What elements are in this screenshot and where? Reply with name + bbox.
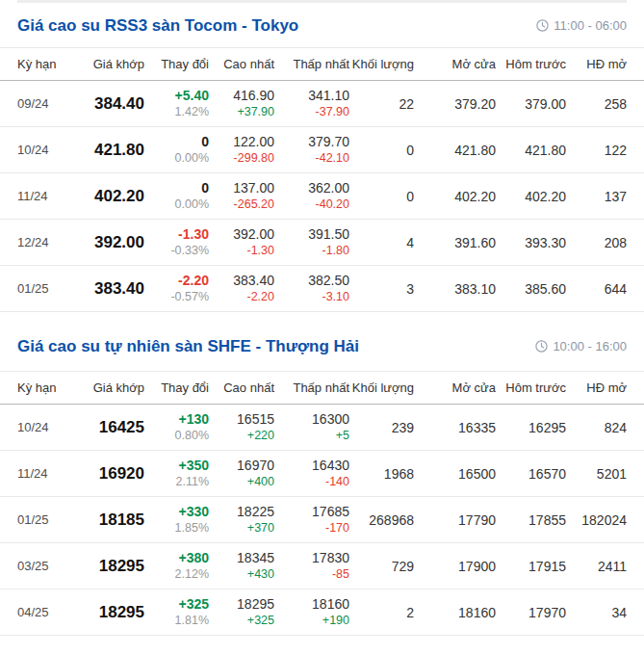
col-high: Cao nhất	[209, 48, 274, 81]
high-cell: 416.90 +37.90	[209, 81, 274, 127]
change-value: 0	[144, 133, 209, 150]
high-cell: 383.40 -2.20	[209, 266, 274, 312]
high-cell: 18225 +370	[209, 497, 274, 543]
low-cell: 341.10 -37.90	[274, 81, 349, 127]
section-title-shfe: Giá cao su tự nhiên sàn SHFE - Thượng Hả…	[17, 336, 359, 356]
table-row: 10/24 16425 +130 0.80% 16515 +220 16300 …	[0, 405, 644, 451]
change-value: 0	[144, 179, 209, 196]
change-value: +350	[144, 457, 209, 474]
low-cell: 16430 -140	[274, 451, 349, 497]
high-change: -2.20	[209, 289, 274, 305]
low-cell: 391.50 -1.80	[274, 220, 349, 266]
col-change: Thay đổi	[144, 372, 209, 405]
change-percent: 0.00%	[144, 150, 209, 167]
col-term: Kỳ hạn	[0, 48, 81, 81]
high-value: 137.00	[209, 179, 274, 196]
volume-cell: 239	[349, 405, 414, 451]
change-cell: +330 1.85%	[144, 497, 209, 543]
change-percent: 1.42%	[144, 104, 209, 120]
prev-close-cell: 17970	[496, 590, 566, 636]
matched-price-cell: 402.20	[81, 173, 144, 220]
high-change: +220	[209, 428, 274, 444]
col-price: Giá khớp	[81, 372, 144, 405]
clock-icon	[536, 19, 549, 32]
term-cell: 01/25	[0, 266, 81, 312]
table-row: 11/24 402.20 0 0.00% 137.00 -265.20 362.…	[0, 173, 644, 220]
low-change: -40.20	[274, 196, 349, 213]
low-change: -170	[274, 520, 349, 537]
change-value: +380	[144, 549, 209, 566]
change-percent: 2.12%	[144, 566, 209, 583]
high-change: +430	[209, 566, 274, 583]
open-interest-cell: 258	[566, 81, 644, 127]
open-cell: 383.10	[414, 266, 496, 312]
low-cell: 17685 -170	[274, 497, 349, 543]
change-percent: -0.57%	[144, 289, 209, 305]
term-cell: 09/24	[0, 81, 81, 127]
high-cell: 18345 +430	[209, 543, 274, 590]
section-title-tocom: Giá cao su RSS3 sàn Tocom - Tokyo	[17, 15, 298, 36]
low-value: 382.50	[274, 272, 349, 289]
clock-icon	[535, 340, 548, 353]
change-percent: 1.81%	[144, 613, 209, 629]
section-tocom-tokyo: Giá cao su RSS3 sàn Tocom - Tokyo 11:00 …	[0, 3, 644, 312]
low-value: 16300	[274, 410, 349, 428]
high-cell: 392.00 -1.30	[209, 220, 274, 266]
matched-price-cell: 16920	[81, 451, 144, 497]
low-change: -85	[274, 566, 349, 583]
low-value: 17830	[274, 549, 349, 566]
matched-price-cell: 18295	[81, 543, 144, 590]
prev-close-cell: 421.80	[496, 127, 566, 173]
term-cell: 04/25	[0, 590, 81, 636]
col-low: Thấp nhất	[274, 372, 349, 405]
high-change: -1.30	[209, 243, 274, 259]
open-interest-cell: 137	[566, 173, 644, 220]
session-time-label: 10:00 - 16:00	[553, 339, 627, 354]
open-interest-cell: 2411	[566, 543, 644, 590]
term-cell: 10/24	[0, 405, 81, 451]
col-change: Thay đổi	[144, 48, 209, 81]
change-cell: +5.40 1.42%	[144, 81, 209, 127]
open-interest-cell: 182024	[566, 497, 644, 543]
table-row: 12/24 392.00 -1.30 -0.33% 392.00 -1.30 3…	[0, 220, 644, 266]
change-cell: -2.20 -0.57%	[144, 266, 209, 312]
change-cell: +130 0.80%	[144, 405, 209, 451]
change-value: -2.20	[144, 272, 209, 289]
session-time: 11:00 - 06:00	[536, 18, 627, 33]
session-time: 10:00 - 16:00	[535, 339, 627, 354]
low-cell: 16300 +5	[274, 405, 349, 451]
high-value: 18225	[209, 503, 274, 520]
high-value: 18345	[209, 549, 274, 566]
volume-cell: 22	[349, 81, 414, 127]
high-cell: 137.00 -265.20	[209, 173, 274, 220]
open-cell: 17790	[414, 497, 496, 543]
high-value: 122.00	[209, 133, 274, 150]
low-cell: 17830 -85	[274, 543, 349, 590]
prev-close-cell: 393.30	[496, 220, 566, 266]
open-interest-cell: 824	[566, 405, 644, 451]
open-interest-cell: 5201	[566, 451, 644, 497]
matched-price-cell: 384.40	[81, 81, 144, 127]
prev-close-cell: 385.60	[496, 266, 566, 312]
high-change: +325	[209, 613, 274, 629]
open-cell: 379.20	[414, 81, 496, 127]
open-cell: 16335	[414, 405, 496, 451]
prev-close-cell: 16295	[496, 405, 566, 451]
low-change: -37.90	[274, 104, 349, 120]
table-row: 04/25 18295 +325 1.81% 18295 +325 18160 …	[0, 590, 644, 636]
term-cell: 10/24	[0, 127, 81, 173]
table-header: Kỳ hạn Giá khớp Thay đổi Cao nhất Thấp n…	[0, 372, 644, 405]
section-header: Giá cao su RSS3 sàn Tocom - Tokyo 11:00 …	[0, 3, 644, 47]
table-header: Kỳ hạn Giá khớp Thay đổi Cao nhất Thấp n…	[0, 48, 644, 81]
low-value: 18160	[274, 595, 349, 613]
low-change: -42.10	[274, 150, 349, 167]
col-volume: Khối lượng	[349, 48, 414, 81]
col-open: Mở cửa	[414, 48, 496, 81]
table-row: 09/24 384.40 +5.40 1.42% 416.90 +37.90 3…	[0, 81, 644, 127]
change-percent: 0.80%	[144, 428, 209, 444]
matched-price-cell: 421.80	[81, 127, 144, 173]
matched-price-cell: 16425	[81, 405, 144, 451]
high-change: -265.20	[209, 196, 274, 213]
col-prev-close: Hôm trước	[496, 48, 566, 81]
high-change: -299.80	[209, 150, 274, 167]
